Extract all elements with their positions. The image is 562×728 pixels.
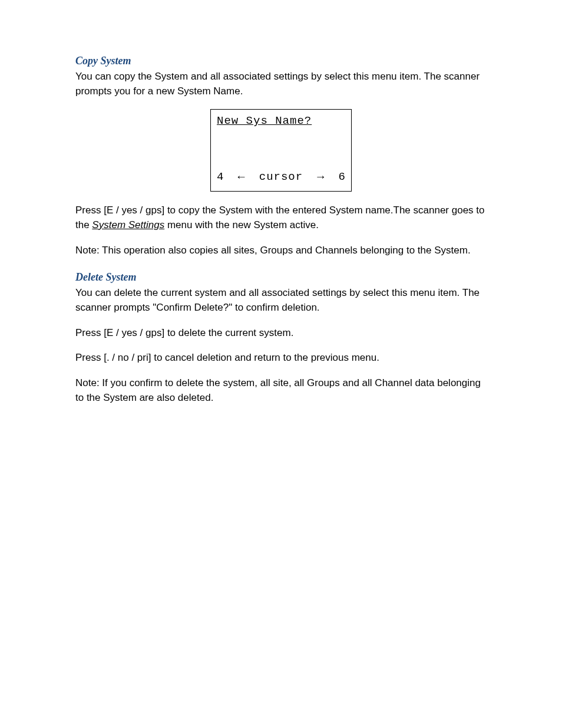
copy-system-heading: Copy System [75, 53, 487, 68]
display-title: New Sys Name? [217, 113, 345, 130]
system-settings-link[interactable]: System Settings [92, 219, 164, 230]
cursor-row: 4 ← cursor → 6 [217, 169, 345, 189]
delete-system-heading: Delete System [75, 269, 487, 285]
arrow-right-icon: → [317, 172, 324, 183]
delete-system-section: Delete System You can delete the current… [75, 269, 487, 405]
delete-cancel-instruction: Press [. / no / pri] to cancel deletion … [75, 351, 487, 365]
cursor-right-num: 6 [339, 169, 345, 186]
arrow-left-icon: ← [238, 172, 245, 183]
delete-confirm-instruction: Press [E / yes / gps] to delete the curr… [75, 326, 487, 341]
copy-system-instruction: Press [E / yes / gps] to copy the System… [75, 203, 487, 232]
copy-system-section: Copy System You can copy the System and … [75, 53, 487, 258]
delete-system-intro: You can delete the current system and al… [75, 286, 487, 315]
cursor-label: cursor [259, 169, 303, 186]
scanner-display: New Sys Name? 4 ← cursor → 6 [210, 109, 352, 192]
copy-system-note: Note: This operation also copies all sit… [75, 243, 487, 258]
delete-system-note: Note: If you confirm to delete the syste… [75, 376, 487, 405]
copy-system-intro: You can copy the System and all associat… [75, 70, 487, 98]
instruction-text-b: menu with the new System active. [164, 219, 319, 230]
cursor-left-num: 4 [217, 169, 223, 186]
